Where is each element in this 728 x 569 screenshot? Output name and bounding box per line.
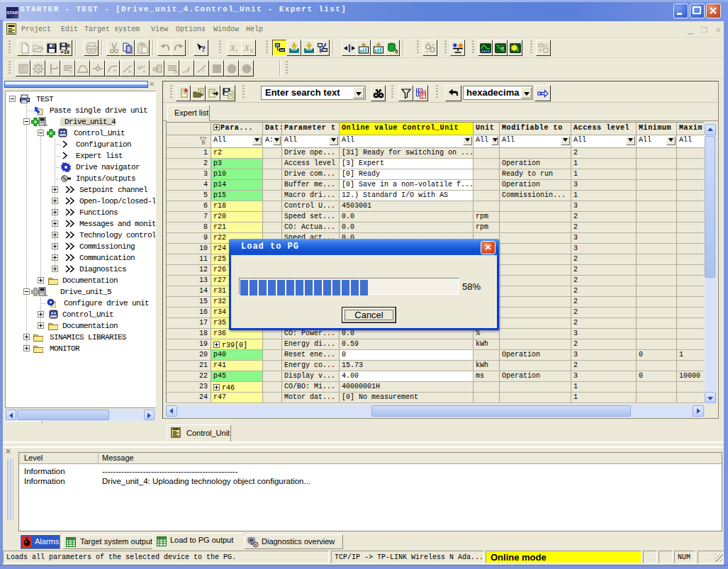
svg-text:E2: E2 xyxy=(543,43,549,47)
svg-text:R: R xyxy=(539,48,542,52)
svg-text:n: n xyxy=(128,69,131,74)
svg-text:X: X xyxy=(229,43,236,53)
svg-text:?: ? xyxy=(201,44,206,54)
svg-text:n: n xyxy=(113,68,116,73)
svg-text:I: I xyxy=(188,68,189,73)
svg-text:n: n xyxy=(69,69,72,74)
svg-text:X: X xyxy=(243,43,250,53)
svg-text:I: I xyxy=(203,68,204,73)
svg-text:10: 10 xyxy=(64,50,69,55)
svg-text:f: f xyxy=(143,69,145,74)
svg-text:N: N xyxy=(516,47,519,53)
svg-text:I: I xyxy=(236,48,237,53)
svg-text:01: 01 xyxy=(67,44,72,49)
svg-text:m: m xyxy=(174,69,178,74)
svg-text:E: E xyxy=(250,48,254,53)
